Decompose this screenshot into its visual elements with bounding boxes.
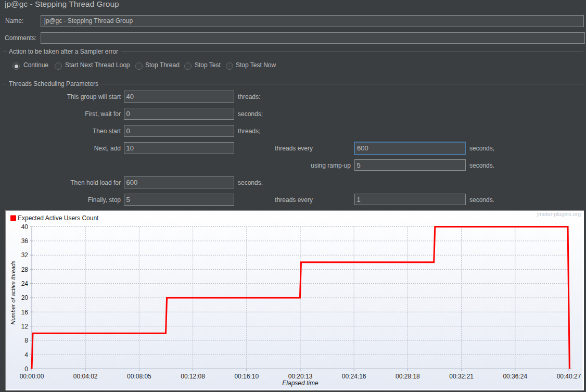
svg-text:00:36:24: 00:36:24 xyxy=(503,373,527,380)
svg-text:20: 20 xyxy=(21,294,29,301)
svg-text:00:40:27: 00:40:27 xyxy=(557,373,581,380)
svg-text:00:32:21: 00:32:21 xyxy=(449,373,474,380)
svg-text:32: 32 xyxy=(21,251,29,259)
svg-text:24: 24 xyxy=(21,280,29,287)
svg-text:00:24:16: 00:24:16 xyxy=(342,373,366,380)
svg-text:00:08:05: 00:08:05 xyxy=(127,373,151,380)
svg-text:Expected Active Users Count: Expected Active Users Count xyxy=(18,214,99,222)
svg-text:jmeter-plugins.org: jmeter-plugins.org xyxy=(537,211,581,217)
svg-text:00:12:08: 00:12:08 xyxy=(181,373,205,380)
svg-text:12: 12 xyxy=(21,323,29,330)
svg-text:0: 0 xyxy=(24,365,28,373)
svg-text:36: 36 xyxy=(21,237,29,245)
svg-text:4: 4 xyxy=(24,351,28,359)
svg-text:00:04:02: 00:04:02 xyxy=(73,373,98,380)
svg-text:00:20:13: 00:20:13 xyxy=(288,373,313,380)
svg-text:28: 28 xyxy=(21,266,29,273)
svg-text:00:16:10: 00:16:10 xyxy=(234,373,259,380)
svg-text:8: 8 xyxy=(24,337,28,344)
svg-text:00:28:18: 00:28:18 xyxy=(396,373,420,380)
svg-text:40: 40 xyxy=(21,223,29,231)
svg-text:Number of active threads: Number of active threads xyxy=(10,260,16,324)
svg-text:Elapsed time: Elapsed time xyxy=(282,380,319,387)
svg-text:16: 16 xyxy=(21,309,29,316)
svg-text:00:00:00: 00:00:00 xyxy=(20,373,44,380)
